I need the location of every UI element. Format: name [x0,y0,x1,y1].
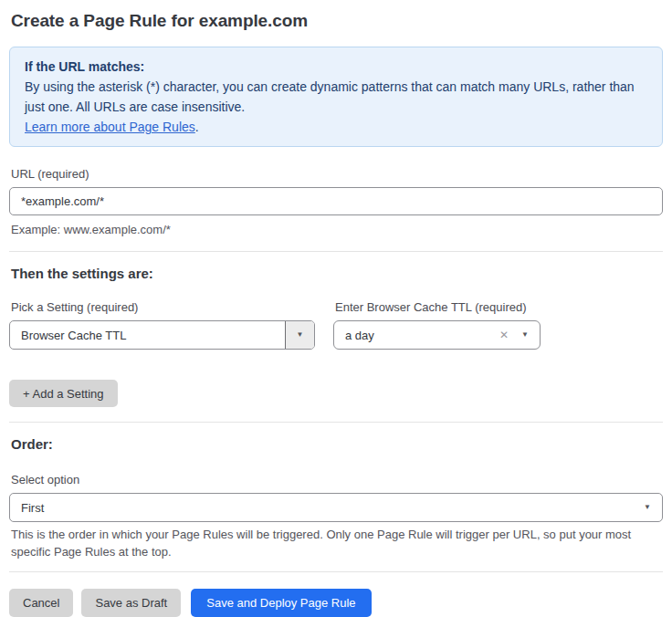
order-select[interactable]: First ▼ [9,493,663,522]
page-rule-form: Create a Page Rule for example.com If th… [0,0,672,617]
page-title: Create a Page Rule for example.com [11,11,661,31]
url-input[interactable] [9,187,663,215]
chevron-down-icon: ▼ [644,504,651,511]
footer-actions: Cancel Save as Draft Save and Deploy Pag… [9,589,663,617]
add-setting-button[interactable]: + Add a Setting [9,380,118,407]
save-as-draft-button[interactable]: Save as Draft [81,589,181,617]
select-caret-box[interactable]: ▼ [285,321,314,349]
info-box-link-line: Learn more about Page Rules. [25,117,647,137]
info-box-body: By using the asterisk (*) character, you… [25,77,647,117]
ttl-label: Enter Browser Cache TTL (required) [335,300,539,314]
pick-setting-value: Browser Cache TTL [10,329,285,342]
url-field-label: URL (required) [11,167,661,181]
ttl-combobox[interactable]: a day ✕ ▼ [333,320,541,350]
url-match-info-box: If the URL matches: By using the asteris… [9,47,663,147]
url-example-helper: Example: www.example.com/* [11,221,661,238]
settings-section-heading: Then the settings are: [11,266,661,281]
ttl-field: Enter Browser Cache TTL (required) a day… [333,300,541,350]
cancel-button[interactable]: Cancel [9,589,73,617]
pick-setting-field: Pick a Setting (required) Browser Cache … [9,300,315,350]
divider [9,571,663,572]
order-select-value: First [10,501,644,515]
pick-setting-label: Pick a Setting (required) [11,300,313,314]
order-section-heading: Order: [11,436,661,452]
clear-icon[interactable]: ✕ [499,329,509,341]
learn-more-link[interactable]: Learn more about Page Rules [25,120,195,134]
pick-setting-select[interactable]: Browser Cache TTL ▼ [9,320,315,350]
chevron-down-icon[interactable]: ▼ [521,331,529,339]
info-box-heading: If the URL matches: [25,57,647,77]
order-select-label: Select option [11,473,661,486]
ttl-value: a day [334,329,499,342]
link-suffix: . [195,120,199,134]
order-helper-text: This is the order in which your Page Rul… [11,526,661,560]
divider [9,422,663,423]
settings-row: Pick a Setting (required) Browser Cache … [9,300,663,350]
save-and-deploy-button[interactable]: Save and Deploy Page Rule [191,589,371,617]
divider [9,251,663,252]
chevron-down-icon: ▼ [297,331,304,339]
